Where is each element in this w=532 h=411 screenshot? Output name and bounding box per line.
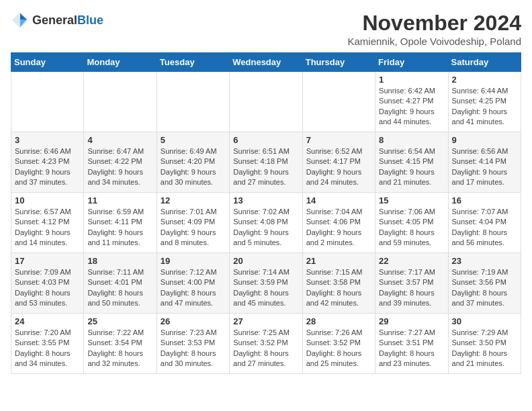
day-detail: Sunrise: 7:07 AM Sunset: 4:04 PM Dayligh… <box>452 207 517 248</box>
day-detail: Sunrise: 7:14 AM Sunset: 3:59 PM Dayligh… <box>233 267 298 309</box>
day-number: 6 <box>233 135 298 145</box>
day-detail: Sunrise: 7:11 AM Sunset: 4:01 PM Dayligh… <box>87 267 152 309</box>
day-number: 16 <box>452 195 517 205</box>
calendar-week-row: 17Sunrise: 7:09 AM Sunset: 4:03 PM Dayli… <box>11 253 521 314</box>
calendar-cell: 15Sunrise: 7:06 AM Sunset: 4:05 PM Dayli… <box>375 193 448 253</box>
day-detail: Sunrise: 6:56 AM Sunset: 4:14 PM Dayligh… <box>452 146 517 188</box>
day-of-week-header: Wednesday <box>230 53 302 72</box>
calendar-cell: 11Sunrise: 6:59 AM Sunset: 4:11 PM Dayli… <box>84 193 157 253</box>
day-detail: Sunrise: 7:12 AM Sunset: 4:00 PM Dayligh… <box>161 267 226 309</box>
calendar-header-row: SundayMondayTuesdayWednesdayThursdayFrid… <box>11 53 521 72</box>
day-number: 9 <box>452 135 517 145</box>
calendar-cell: 30Sunrise: 7:29 AM Sunset: 3:50 PM Dayli… <box>448 314 521 374</box>
calendar-cell: 2Sunrise: 6:44 AM Sunset: 4:25 PM Daylig… <box>448 72 521 132</box>
day-detail: Sunrise: 6:42 AM Sunset: 4:27 PM Dayligh… <box>379 86 444 128</box>
day-number: 25 <box>87 316 152 326</box>
location-title: Kamiennik, Opole Voivodeship, Poland <box>347 36 521 47</box>
day-number: 1 <box>379 75 444 85</box>
day-number: 15 <box>379 195 444 205</box>
calendar-cell: 19Sunrise: 7:12 AM Sunset: 4:00 PM Dayli… <box>157 253 229 314</box>
day-detail: Sunrise: 7:27 AM Sunset: 3:51 PM Dayligh… <box>379 328 444 369</box>
day-of-week-header: Sunday <box>11 53 84 72</box>
calendar-cell: 26Sunrise: 7:23 AM Sunset: 3:53 PM Dayli… <box>157 314 229 374</box>
calendar-cell: 9Sunrise: 6:56 AM Sunset: 4:14 PM Daylig… <box>448 132 521 193</box>
day-number: 18 <box>87 256 152 266</box>
calendar-week-row: 1Sunrise: 6:42 AM Sunset: 4:27 PM Daylig… <box>11 72 521 132</box>
day-number: 28 <box>306 316 371 326</box>
calendar-week-row: 10Sunrise: 6:57 AM Sunset: 4:12 PM Dayli… <box>11 193 521 253</box>
logo-blue: Blue <box>77 13 103 27</box>
calendar-cell: 6Sunrise: 6:51 AM Sunset: 4:18 PM Daylig… <box>230 132 302 193</box>
calendar-cell <box>230 72 302 132</box>
day-number: 7 <box>306 135 371 145</box>
day-detail: Sunrise: 6:54 AM Sunset: 4:15 PM Dayligh… <box>379 146 444 188</box>
day-detail: Sunrise: 7:04 AM Sunset: 4:06 PM Dayligh… <box>306 207 371 248</box>
day-number: 21 <box>306 256 371 266</box>
day-detail: Sunrise: 7:06 AM Sunset: 4:05 PM Dayligh… <box>379 207 444 248</box>
calendar-cell: 3Sunrise: 6:46 AM Sunset: 4:23 PM Daylig… <box>11 132 84 193</box>
day-number: 30 <box>452 316 517 326</box>
day-detail: Sunrise: 7:01 AM Sunset: 4:09 PM Dayligh… <box>161 207 226 248</box>
day-number: 13 <box>233 195 298 205</box>
calendar-cell: 4Sunrise: 6:47 AM Sunset: 4:22 PM Daylig… <box>84 132 157 193</box>
day-of-week-header: Monday <box>84 53 157 72</box>
month-title: November 2024 <box>347 11 521 36</box>
logo-icon <box>11 11 30 30</box>
calendar-week-row: 24Sunrise: 7:20 AM Sunset: 3:55 PM Dayli… <box>11 314 521 374</box>
day-detail: Sunrise: 6:51 AM Sunset: 4:18 PM Dayligh… <box>233 146 298 188</box>
day-number: 12 <box>161 195 226 205</box>
title-area: November 2024 Kamiennik, Opole Voivodesh… <box>347 11 521 47</box>
calendar-cell: 27Sunrise: 7:25 AM Sunset: 3:52 PM Dayli… <box>230 314 302 374</box>
day-number: 23 <box>452 256 517 266</box>
day-number: 19 <box>161 256 226 266</box>
calendar-cell: 28Sunrise: 7:26 AM Sunset: 3:52 PM Dayli… <box>302 314 375 374</box>
day-detail: Sunrise: 7:25 AM Sunset: 3:52 PM Dayligh… <box>233 328 298 369</box>
day-number: 11 <box>87 195 152 205</box>
logo: GeneralBlue <box>11 11 103 30</box>
calendar-cell: 13Sunrise: 7:02 AM Sunset: 4:08 PM Dayli… <box>230 193 302 253</box>
day-of-week-header: Tuesday <box>157 53 229 72</box>
logo-general: General <box>32 13 77 27</box>
calendar-cell: 21Sunrise: 7:15 AM Sunset: 3:58 PM Dayli… <box>302 253 375 314</box>
calendar-cell: 7Sunrise: 6:52 AM Sunset: 4:17 PM Daylig… <box>302 132 375 193</box>
day-number: 27 <box>233 316 298 326</box>
calendar-cell <box>302 72 375 132</box>
calendar-cell: 1Sunrise: 6:42 AM Sunset: 4:27 PM Daylig… <box>375 72 448 132</box>
svg-marker-1 <box>20 13 27 19</box>
day-number: 22 <box>379 256 444 266</box>
calendar-cell: 22Sunrise: 7:17 AM Sunset: 3:57 PM Dayli… <box>375 253 448 314</box>
calendar-cell: 29Sunrise: 7:27 AM Sunset: 3:51 PM Dayli… <box>375 314 448 374</box>
header: GeneralBlue November 2024 Kamiennik, Opo… <box>11 11 521 47</box>
day-detail: Sunrise: 6:57 AM Sunset: 4:12 PM Dayligh… <box>15 207 80 248</box>
calendar-cell <box>84 72 157 132</box>
calendar-week-row: 3Sunrise: 6:46 AM Sunset: 4:23 PM Daylig… <box>11 132 521 193</box>
day-detail: Sunrise: 7:09 AM Sunset: 4:03 PM Dayligh… <box>15 267 80 309</box>
day-detail: Sunrise: 7:26 AM Sunset: 3:52 PM Dayligh… <box>306 328 371 369</box>
calendar-cell: 18Sunrise: 7:11 AM Sunset: 4:01 PM Dayli… <box>84 253 157 314</box>
day-detail: Sunrise: 6:49 AM Sunset: 4:20 PM Dayligh… <box>161 146 226 188</box>
calendar-cell <box>11 72 84 132</box>
day-detail: Sunrise: 7:23 AM Sunset: 3:53 PM Dayligh… <box>161 328 226 369</box>
calendar-cell: 16Sunrise: 7:07 AM Sunset: 4:04 PM Dayli… <box>448 193 521 253</box>
day-number: 24 <box>15 316 80 326</box>
day-number: 20 <box>233 256 298 266</box>
calendar-cell <box>157 72 229 132</box>
calendar-cell: 25Sunrise: 7:22 AM Sunset: 3:54 PM Dayli… <box>84 314 157 374</box>
day-number: 29 <box>379 316 444 326</box>
day-detail: Sunrise: 6:44 AM Sunset: 4:25 PM Dayligh… <box>452 86 517 128</box>
logo-text: GeneralBlue <box>32 14 103 27</box>
day-detail: Sunrise: 7:29 AM Sunset: 3:50 PM Dayligh… <box>452 328 517 369</box>
calendar-cell: 14Sunrise: 7:04 AM Sunset: 4:06 PM Dayli… <box>302 193 375 253</box>
calendar-table: SundayMondayTuesdayWednesdayThursdayFrid… <box>11 52 521 374</box>
day-detail: Sunrise: 6:59 AM Sunset: 4:11 PM Dayligh… <box>87 207 152 248</box>
day-detail: Sunrise: 7:17 AM Sunset: 3:57 PM Dayligh… <box>379 267 444 309</box>
calendar-cell: 8Sunrise: 6:54 AM Sunset: 4:15 PM Daylig… <box>375 132 448 193</box>
svg-marker-2 <box>20 19 27 27</box>
day-of-week-header: Friday <box>375 53 448 72</box>
calendar-cell: 5Sunrise: 6:49 AM Sunset: 4:20 PM Daylig… <box>157 132 229 193</box>
day-number: 4 <box>87 135 152 145</box>
day-detail: Sunrise: 7:20 AM Sunset: 3:55 PM Dayligh… <box>15 328 80 369</box>
day-number: 3 <box>15 135 80 145</box>
day-of-week-header: Saturday <box>448 53 521 72</box>
day-detail: Sunrise: 6:47 AM Sunset: 4:22 PM Dayligh… <box>87 146 152 188</box>
